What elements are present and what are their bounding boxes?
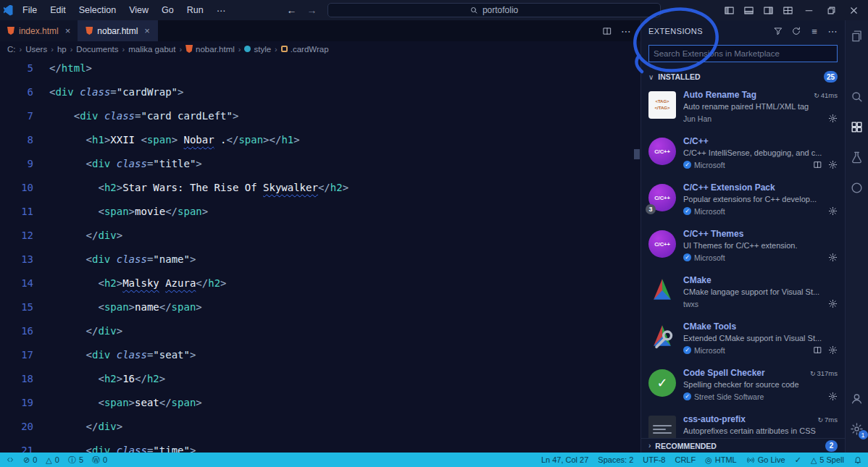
section-recommended[interactable]: › RECOMMENDED 2 xyxy=(641,438,845,453)
code-line-5[interactable]: 5</html> xyxy=(0,56,640,80)
code-line-20[interactable]: 20 </div> xyxy=(0,415,640,439)
extension-c-c-themes[interactable]: C/C++ C/C++ Themes UI Themes for C/C++ e… xyxy=(641,223,845,269)
manage-gear-icon[interactable] xyxy=(828,299,838,308)
customize-layout-icon[interactable] xyxy=(783,5,793,16)
menu-file[interactable]: File xyxy=(16,5,43,16)
tab-index-html[interactable]: index.html × xyxy=(0,20,78,41)
extension-cmake-tools[interactable]: CMake Tools Extended CMake support in Vi… xyxy=(641,316,845,362)
cursor-position[interactable]: Ln 47, Col 27 xyxy=(541,455,588,464)
clear-extensions-search-icon[interactable]: ≡ xyxy=(809,26,819,36)
refresh-extensions-icon[interactable] xyxy=(791,26,801,36)
code-line-13[interactable]: 13 <div class="name"> xyxy=(0,248,640,272)
check-status[interactable]: ✓ xyxy=(795,456,801,464)
code-line-16[interactable]: 16 </div> xyxy=(0,319,640,343)
scrollbar-marker xyxy=(634,149,640,159)
menu-selection[interactable]: Selection xyxy=(72,5,122,16)
explorer-icon[interactable] xyxy=(846,25,868,46)
testing-icon[interactable] xyxy=(846,146,868,168)
split-editor-icon[interactable] xyxy=(602,26,612,36)
live-server-icon[interactable] xyxy=(846,177,868,198)
remote-indicator[interactable] xyxy=(6,455,14,464)
restore-button[interactable] xyxy=(826,5,837,16)
menu-go[interactable]: Go xyxy=(155,5,180,16)
menu-more[interactable]: ⋯ xyxy=(210,5,233,16)
close-tab-icon[interactable]: × xyxy=(65,25,71,36)
code-line-18[interactable]: 18 <h2>16</h2> xyxy=(0,367,640,391)
code-line-9[interactable]: 9 <div class="title"> xyxy=(0,152,640,176)
warning-count[interactable]: △0 xyxy=(46,455,59,464)
extension-c-c[interactable]: C/C++ C/C++ C/C++ IntelliSense, debuggin… xyxy=(641,130,845,177)
menu-view[interactable]: View xyxy=(122,5,155,16)
extensions-more-actions-icon[interactable]: ⋯ xyxy=(827,26,838,36)
html-file-icon xyxy=(7,27,14,35)
info-count[interactable]: ⓘ5 xyxy=(68,455,83,464)
manage-gear-icon[interactable] xyxy=(828,206,838,216)
port-indicator[interactable]: Ⓦ0 xyxy=(92,455,107,464)
error-count[interactable]: ⊘0 xyxy=(23,455,37,464)
manage-gear-icon[interactable] xyxy=(828,345,838,355)
menu-run[interactable]: Run xyxy=(180,5,210,16)
breadcrumb-separator: › xyxy=(70,45,73,54)
extension-code-spell-checker[interactable]: ✓ Code Spell Checker ↻317ms Spelling che… xyxy=(641,362,845,408)
encoding[interactable]: UTF-8 xyxy=(643,455,665,464)
filter-extensions-icon[interactable] xyxy=(773,26,783,36)
command-center-search[interactable]: portofolio xyxy=(327,3,661,17)
breadcrumb-item-cardwrap[interactable]: .cardWrap xyxy=(281,45,329,54)
breadcrumb-item-malika-gabut[interactable]: malika gabut xyxy=(128,45,175,54)
extension-c-c-extension-pack[interactable]: C/C++3 C/C++ Extension Pack Popular exte… xyxy=(641,177,845,223)
code-line-14[interactable]: 14 <h2>Malsky Azura</h2> xyxy=(0,272,640,295)
code-line-6[interactable]: 6<div class="cardWrap"> xyxy=(0,80,640,104)
extensions-icon[interactable] xyxy=(846,116,868,138)
code-line-8[interactable]: 8 <h1>XXII <span> Nobar .</span></h1> xyxy=(0,128,640,152)
code-editor[interactable]: 5</html>6<div class="cardWrap">7 <div cl… xyxy=(0,56,640,453)
manage-gear-icon[interactable] xyxy=(828,114,838,123)
manage-gear-icon[interactable] xyxy=(828,392,838,401)
minimize-button[interactable] xyxy=(804,5,814,16)
editor-more-actions-icon[interactable]: ⋯ xyxy=(621,25,632,37)
close-tab-icon[interactable]: × xyxy=(144,25,150,36)
extension-name: css-auto-prefix xyxy=(683,414,818,424)
editor-scrollbar[interactable] xyxy=(633,56,640,453)
indentation[interactable]: Spaces: 2 xyxy=(598,455,633,464)
extensions-search-input[interactable] xyxy=(654,49,832,58)
split-icon[interactable] xyxy=(813,345,822,355)
notifications-bell[interactable] xyxy=(854,455,862,464)
tab-nobar-html[interactable]: nobar.html × xyxy=(78,20,158,41)
search-icon[interactable] xyxy=(846,85,868,107)
code-line-21[interactable]: 21 <div class="time"> xyxy=(0,439,640,453)
extension-cmake[interactable]: CMake CMake langage support for Visual S… xyxy=(641,269,845,316)
breadcrumb-item-c[interactable]: C: xyxy=(7,45,16,54)
split-icon[interactable] xyxy=(813,160,822,169)
account-icon[interactable] xyxy=(846,387,868,409)
code-line-12[interactable]: 12 </div> xyxy=(0,224,640,248)
settings-icon[interactable]: 1 xyxy=(846,418,868,439)
extension-auto-rename-tag[interactable]: <TAG></TAG> Auto Rename Tag ↻41ms Auto r… xyxy=(641,84,845,130)
close-button[interactable] xyxy=(848,5,859,16)
spell-status[interactable]: △5 Spell xyxy=(811,455,844,464)
activation-time: ↻7ms xyxy=(818,416,838,424)
code-line-19[interactable]: 19 <span>seat</span> xyxy=(0,391,640,415)
code-line-11[interactable]: 11 <span>movie</span> xyxy=(0,200,640,224)
breadcrumb-item-style[interactable]: style xyxy=(244,45,271,54)
code-line-10[interactable]: 10 <h2>Star Wars: The Rise Of Skywalker<… xyxy=(0,176,640,200)
go-live[interactable]: Go Live xyxy=(746,455,785,464)
breadcrumb-item-hp[interactable]: hp xyxy=(57,45,67,54)
line-ending[interactable]: CRLF xyxy=(675,455,696,464)
menu-edit[interactable]: Edit xyxy=(43,5,72,16)
toggle-sidebar-icon[interactable] xyxy=(724,5,735,16)
manage-gear-icon[interactable] xyxy=(828,253,838,262)
nav-back-icon[interactable]: ← xyxy=(287,4,297,16)
breadcrumb-item-documents[interactable]: Documents xyxy=(76,45,118,54)
breadcrumb-item-users[interactable]: Users xyxy=(25,45,47,54)
nav-forward-icon[interactable]: → xyxy=(307,4,317,16)
manage-gear-icon[interactable] xyxy=(828,160,838,169)
code-line-7[interactable]: 7 <div class="card cardLeft"> xyxy=(0,104,640,128)
toggle-panel-icon[interactable] xyxy=(743,5,754,16)
code-line-17[interactable]: 17 <div class="seat"> xyxy=(0,343,640,367)
toggle-secondary-sidebar-icon[interactable] xyxy=(763,5,774,16)
section-installed[interactable]: ∨ INSTALLED 25 xyxy=(641,70,845,84)
breadcrumb-item-nobar-html[interactable]: nobar.html xyxy=(185,45,235,54)
code-line-15[interactable]: 15 <span>name</span> xyxy=(0,295,640,319)
line-number: 11 xyxy=(0,200,33,224)
language-mode[interactable]: ◎HTML xyxy=(705,455,737,464)
